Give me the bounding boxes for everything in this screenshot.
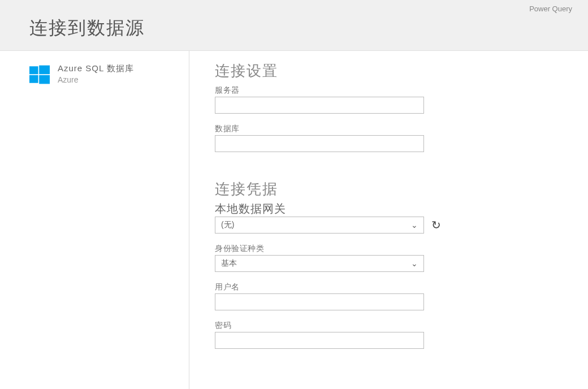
password-field: 密码 [215, 321, 588, 349]
source-title: Azure SQL 数据库 [58, 63, 134, 74]
auth-label: 身份验证种类 [215, 244, 588, 254]
svg-rect-2 [29, 75, 38, 83]
svg-rect-0 [29, 66, 38, 74]
refresh-icon: ↻ [431, 218, 441, 232]
auth-field: 身份验证种类 基本 ⌄ [215, 244, 588, 272]
database-field: 数据库 [215, 124, 588, 152]
auth-select[interactable]: 基本 ⌄ [215, 255, 424, 272]
username-field: 用户名 [215, 282, 588, 310]
svg-rect-3 [39, 75, 50, 84]
username-input[interactable] [215, 293, 424, 310]
server-field: 服务器 [215, 85, 588, 114]
gateway-select[interactable]: (无) ⌄ [215, 217, 424, 234]
brand-label: Power Query [529, 5, 572, 13]
username-label: 用户名 [215, 282, 588, 292]
database-label: 数据库 [215, 124, 588, 134]
server-label: 服务器 [215, 85, 588, 96]
gateway-label: 本地数据网关 [215, 201, 588, 217]
gateway-value: (无) [221, 220, 234, 230]
source-subtitle: Azure [58, 75, 134, 84]
main-panel: 连接设置 服务器 数据库 连接凭据 本地数据网关 (无) ⌄ ↻ 身份验证种 [189, 51, 588, 389]
page-title: 连接到数据源 [0, 0, 588, 41]
svg-rect-1 [39, 66, 50, 75]
sidebar: Azure SQL 数据库 Azure [0, 51, 189, 389]
connection-credentials-title: 连接凭据 [215, 179, 588, 199]
data-source-item[interactable]: Azure SQL 数据库 Azure [29, 63, 189, 85]
chevron-down-icon: ⌄ [411, 259, 418, 268]
refresh-button[interactable]: ↻ [430, 219, 442, 231]
connection-settings-title: 连接设置 [215, 61, 588, 81]
chevron-down-icon: ⌄ [411, 221, 418, 230]
content: Azure SQL 数据库 Azure 连接设置 服务器 数据库 连接凭据 本地… [0, 51, 588, 389]
password-input[interactable] [215, 332, 424, 349]
password-label: 密码 [215, 321, 588, 331]
auth-value: 基本 [221, 258, 237, 269]
database-input[interactable] [215, 135, 424, 152]
header: 连接到数据源 Power Query [0, 0, 588, 51]
windows-icon [29, 64, 50, 85]
source-text: Azure SQL 数据库 Azure [58, 63, 134, 84]
gateway-field: 本地数据网关 (无) ⌄ ↻ [215, 201, 588, 234]
server-input[interactable] [215, 97, 424, 114]
